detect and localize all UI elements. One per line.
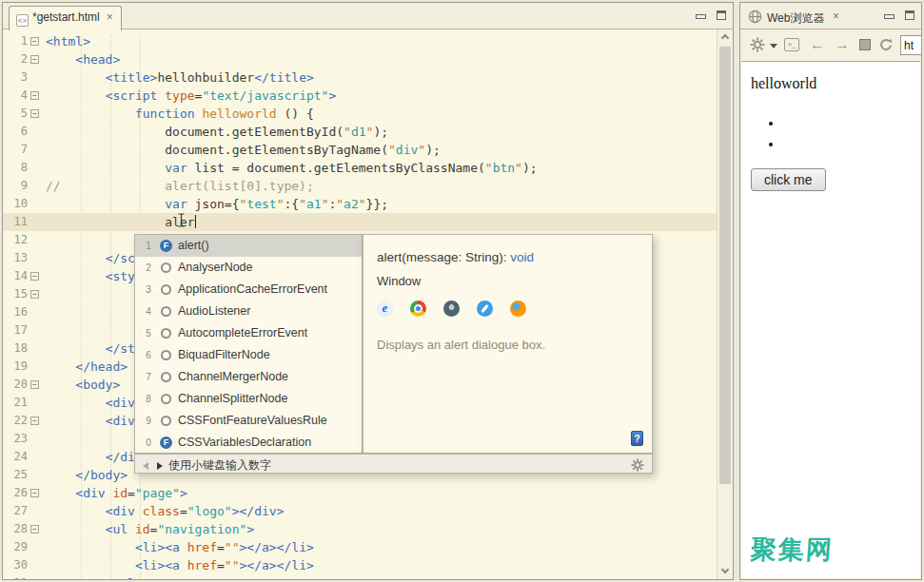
maximize-icon[interactable] [905, 10, 914, 20]
gutter-line: 30 [3, 556, 46, 574]
ie-icon: e [377, 301, 393, 317]
function-icon: F [160, 436, 172, 449]
back-icon[interactable]: ← [810, 37, 825, 52]
preview-heading: helloworld [751, 75, 816, 92]
code-line[interactable]: function helloworld () { [46, 105, 717, 123]
autocomplete-list[interactable]: 1Falert()2AnalyserNode3ApplicationCacheE… [134, 234, 363, 454]
scrollbar-thumb[interactable] [719, 47, 731, 484]
forward-icon[interactable]: → [835, 37, 850, 52]
help-icon[interactable]: ? [631, 431, 643, 446]
settings-dropdown-icon[interactable] [770, 44, 777, 48]
line-number: 11 [3, 213, 28, 231]
html-file-icon: <> [16, 14, 29, 27]
fold-marker-icon[interactable]: − [30, 91, 39, 100]
item-shortcut-number: 2 [142, 257, 155, 279]
code-line[interactable]: <html> [46, 32, 717, 50]
doc-context: Window [377, 274, 639, 288]
fold-marker-icon[interactable]: − [30, 489, 39, 497]
fold-marker-icon[interactable]: − [30, 109, 39, 118]
code-line[interactable]: document.getElementById("d1"); [46, 123, 717, 141]
autocomplete-item[interactable]: 5AutocompleteErrorEvent [135, 322, 362, 344]
code-line[interactable]: <head> [46, 50, 717, 68]
autocomplete-item[interactable]: 4AudioListener [135, 301, 362, 322]
refresh-icon[interactable] [878, 37, 894, 56]
fold-marker-icon[interactable]: − [30, 380, 39, 389]
line-number: 26 [3, 484, 28, 502]
tab-close-icon[interactable]: × [107, 10, 113, 24]
code-line[interactable]: <script type="text/javascript"> [46, 87, 717, 105]
browser-tab-close-icon[interactable]: × [833, 10, 839, 23]
item-shortcut-number: 8 [142, 388, 155, 410]
code-line[interactable]: <div class="logo"></div> [46, 502, 717, 520]
fold-marker-icon[interactable]: − [30, 417, 39, 425]
gutter-line: 17 [3, 321, 46, 340]
line-number: 20 [3, 376, 28, 394]
browser-tab-title[interactable]: Web浏览器 [767, 10, 824, 27]
scroll-down-button[interactable] [718, 564, 733, 579]
code-line[interactable]: var json={"test":{"a1":"a2"}}; [46, 195, 717, 213]
gutter-line: 1− [3, 32, 46, 50]
fold-marker-icon[interactable]: − [30, 55, 39, 64]
minimize-icon[interactable] [884, 14, 895, 19]
gutter-line: 12 [3, 231, 46, 249]
line-number: 15 [3, 285, 28, 303]
web-browser-panel: Web浏览器 × >_ ← → helloworld click me 聚集网 [739, 2, 922, 580]
code-line[interactable]: aler [46, 213, 717, 231]
item-shortcut-number: 6 [142, 344, 155, 366]
class-icon [161, 416, 171, 426]
line-number: 22 [3, 412, 28, 430]
code-line[interactable]: var list = document.getElementsByClassNa… [46, 159, 717, 177]
line-number: 1 [3, 32, 28, 50]
code-line[interactable]: // alert(list[0].type); [46, 177, 717, 195]
autocomplete-item[interactable]: 3ApplicationCacheErrorEvent [135, 279, 362, 301]
code-line[interactable]: <title>hellohbuilder</title> [46, 68, 717, 87]
gutter-line: 21 [3, 394, 46, 412]
scroll-up-button[interactable] [718, 29, 733, 45]
autocomplete-item[interactable]: 0FCSSVariablesDeclaration [135, 432, 362, 454]
preview-list [745, 115, 783, 157]
code-line[interactable]: <ul id="navigation"> [46, 520, 717, 538]
stop-icon[interactable] [859, 39, 871, 50]
url-input[interactable] [900, 35, 922, 55]
item-label: AnalyserNode [178, 261, 253, 274]
autocomplete-item[interactable]: 7ChannelMergerNode [135, 366, 362, 388]
browser-settings-gear-icon[interactable] [750, 37, 765, 56]
maximize-icon[interactable] [717, 10, 726, 20]
item-shortcut-number: 7 [142, 366, 155, 388]
code-line[interactable]: document.getElementsByTagName("div"); [46, 141, 717, 159]
next-page-icon[interactable] [157, 462, 163, 470]
minimize-icon[interactable] [696, 14, 706, 19]
fold-marker-icon[interactable]: − [30, 272, 39, 281]
autocomplete-item[interactable]: 2AnalyserNode [135, 257, 362, 279]
safari-icon [477, 301, 493, 317]
ibeam-cursor [177, 213, 186, 231]
code-line[interactable]: </ul> [46, 574, 717, 579]
click-me-button[interactable]: click me [751, 168, 826, 191]
fold-marker-icon[interactable]: − [30, 37, 39, 46]
code-line[interactable]: <li><a href=""></a></li> [46, 538, 717, 556]
fold-marker-icon[interactable]: − [30, 525, 39, 534]
fold-marker-icon[interactable]: − [30, 290, 39, 299]
settings-gear-icon[interactable] [631, 457, 644, 475]
item-shortcut-number: 5 [142, 322, 155, 344]
gutter-line: 29 [3, 538, 46, 556]
line-number: 21 [3, 394, 28, 412]
editor-scrollbar[interactable] [717, 29, 733, 579]
browser-window-controls [877, 10, 914, 28]
autocomplete-item[interactable]: 9CSSFontFeatureValuesRule [135, 410, 362, 432]
code-line[interactable]: <div id="page"> [46, 484, 717, 502]
tab-getstart-html[interactable]: <>*getstart.html× [9, 6, 122, 30]
autocomplete-item[interactable]: 8ChannelSplitterNode [135, 388, 362, 410]
line-number: 25 [3, 466, 28, 484]
autocomplete-item[interactable]: 1Falert() [135, 235, 362, 257]
autocomplete-item[interactable]: 6BiquadFilterNode [135, 344, 362, 366]
line-number: 3 [3, 68, 28, 87]
prev-page-icon[interactable] [143, 462, 148, 470]
external-browser-icon[interactable]: >_ [784, 38, 799, 51]
gutter-line: 27 [3, 502, 46, 520]
code-line[interactable]: <li><a href=""></a></li> [46, 556, 717, 574]
line-number: 8 [3, 159, 28, 177]
class-icon [161, 328, 171, 339]
gutter-line: 8 [3, 159, 46, 177]
item-label: CSSFontFeatureValuesRule [178, 414, 327, 427]
